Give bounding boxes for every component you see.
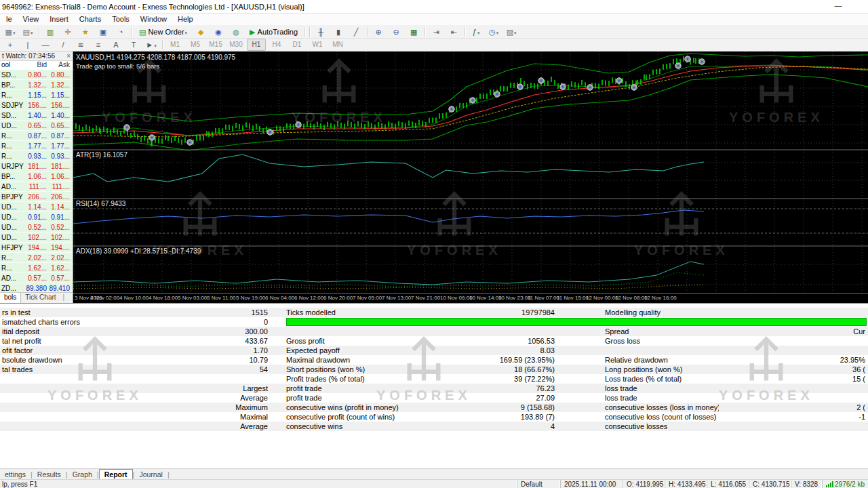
- bid-price: 1.06...: [26, 173, 49, 180]
- market-watch-row[interactable]: R...0.87...0.87...: [0, 131, 73, 141]
- fibonacci-tool[interactable]: ≋: [73, 39, 89, 51]
- market-watch-row[interactable]: SDJPY156....156....: [0, 100, 73, 110]
- horizontal-line-tool[interactable]: —: [37, 39, 54, 51]
- tab-journal[interactable]: Journal: [134, 470, 167, 480]
- market-watch-tab-tickchart[interactable]: Tick Chart: [21, 293, 60, 303]
- status-bar-time[interactable]: 2025.11.11 00:00: [560, 480, 623, 488]
- market-watch-row[interactable]: R...1.77...1.77...: [0, 141, 73, 151]
- market-watch-row[interactable]: R...0.93...0.93...: [0, 151, 73, 161]
- data-window-toggle-button[interactable]: ✛: [60, 26, 76, 38]
- indicators-button[interactable]: ƒ▾: [468, 26, 484, 38]
- periods-button[interactable]: ◷▾: [486, 26, 502, 38]
- column-bid[interactable]: Bid: [26, 61, 49, 70]
- menu-insert[interactable]: Insert: [44, 14, 74, 25]
- market-watch-row[interactable]: HFJPY194....194....: [0, 243, 73, 253]
- text-label-tool[interactable]: T: [125, 39, 142, 51]
- metaeditor-button[interactable]: ◆: [193, 26, 209, 38]
- toolbar-separator: [309, 27, 310, 37]
- tile-windows-button[interactable]: ▦: [406, 26, 422, 38]
- profiles-button[interactable]: ▤▾: [20, 26, 36, 38]
- menu-charts[interactable]: Charts: [74, 14, 106, 25]
- tab-results[interactable]: Results: [33, 470, 66, 480]
- market-watch-row[interactable]: ZD...89.38089.410: [0, 283, 73, 293]
- timeframe-h4[interactable]: H4: [267, 39, 286, 51]
- menu-help[interactable]: Help: [172, 14, 199, 25]
- menu-view[interactable]: View: [18, 14, 45, 25]
- timeframe-m30[interactable]: M30: [226, 39, 245, 51]
- autotrading-button[interactable]: ▶AutoTrading: [245, 26, 302, 38]
- symbol-name: HFJPY: [0, 244, 26, 251]
- bar-chart-button[interactable]: ╫: [313, 26, 329, 38]
- menu-tools[interactable]: Tools: [106, 14, 135, 25]
- status-open[interactable]: O: 4119.995: [623, 480, 665, 488]
- column-ask[interactable]: Ask: [49, 61, 72, 70]
- market-watch-row[interactable]: R...2.02...2.02...: [0, 253, 73, 263]
- chart-canvas[interactable]: [73, 52, 868, 303]
- terminal-toggle-button[interactable]: ▣: [95, 26, 111, 38]
- column-symbol[interactable]: ool: [0, 61, 26, 70]
- market-watch-row[interactable]: R...1.62...1.62...: [0, 263, 73, 273]
- vertical-line-tool[interactable]: |: [20, 39, 36, 51]
- menu-window[interactable]: Window: [135, 14, 172, 25]
- timeframe-mn[interactable]: MN: [328, 39, 347, 51]
- report-row: tal trades54Short positions (won %)18 (6…: [0, 365, 868, 374]
- timeframe-w1[interactable]: W1: [308, 39, 327, 51]
- market-watch-row[interactable]: R...1.15...1.15...: [0, 90, 73, 100]
- candlestick-chart-button[interactable]: ▮: [330, 26, 347, 38]
- timeframe-h1[interactable]: H1: [247, 39, 266, 51]
- crosshair-tool[interactable]: +: [2, 39, 18, 51]
- arrow-objects-tool[interactable]: ►▾: [143, 39, 159, 51]
- chart-shift-button[interactable]: ⇥: [428, 26, 444, 38]
- market-watch-row[interactable]: BPJPY206....206....: [0, 192, 73, 202]
- market-watch-row[interactable]: SD...1.40...1.40...: [0, 110, 73, 121]
- market-watch-row[interactable]: BP...1.06...1.06...: [0, 171, 73, 182]
- timeframe-m15[interactable]: M15: [206, 39, 225, 51]
- market-watch-toggle-button[interactable]: ▥: [42, 26, 58, 38]
- market-watch-row[interactable]: UD...102....102....: [0, 232, 73, 243]
- market-watch-row[interactable]: URJPY181....181....: [0, 161, 73, 171]
- status-high[interactable]: H: 4133.495: [665, 480, 707, 488]
- strategy-tester-toggle-button[interactable]: ◔: [113, 26, 129, 38]
- status-profile[interactable]: Default: [517, 480, 560, 488]
- timeframe-d1[interactable]: D1: [288, 39, 307, 51]
- equidistant-channel-tool[interactable]: ≡: [90, 39, 106, 51]
- zoom-out-button[interactable]: ⊖: [388, 26, 404, 38]
- market-watch-row[interactable]: AD...111....111....: [0, 182, 73, 192]
- market-watch-row[interactable]: AD...0.57...0.57...: [0, 273, 73, 283]
- market-watch-row[interactable]: UD...0.52...0.52...: [0, 222, 73, 232]
- community-button[interactable]: ◍: [228, 26, 244, 38]
- tab-graph[interactable]: Graph: [68, 470, 97, 480]
- status-volume[interactable]: V: 8328: [791, 480, 822, 488]
- report-value-3: [719, 422, 867, 431]
- minimize-button[interactable]: —: [829, 1, 848, 12]
- market-watch-tab-bols[interactable]: bols: [0, 293, 21, 303]
- tab-report[interactable]: Report: [99, 469, 133, 480]
- trendline-tool[interactable]: /: [55, 39, 71, 51]
- zoom-in-button[interactable]: ⊕: [370, 26, 387, 38]
- new-order-button[interactable]: ▤New Order▾: [135, 26, 191, 38]
- market-watch-row[interactable]: BP...1.32...1.32...: [0, 80, 73, 90]
- market-watch-row[interactable]: UD...1.14...1.14...: [0, 202, 73, 212]
- menu-le[interactable]: le: [1, 14, 18, 25]
- navigator-toggle-button[interactable]: ★: [77, 26, 94, 38]
- report-label-2: consecutive wins: [268, 422, 459, 431]
- auto-scroll-button[interactable]: ⇤: [446, 26, 462, 38]
- experts-button[interactable]: ◉: [210, 26, 226, 38]
- close-icon[interactable]: ×: [66, 52, 71, 60]
- report-label-1: rs in test: [0, 308, 151, 317]
- new-chart-button[interactable]: ▦▾: [2, 26, 18, 38]
- timeframe-m5[interactable]: M5: [186, 39, 205, 51]
- report-value-2: 169.59 (23.95%): [459, 355, 555, 365]
- status-low[interactable]: L: 4116.055: [707, 480, 749, 488]
- chart-window[interactable]: XAUUSD,H1 4194.275 4208.178 4187.005 419…: [73, 52, 868, 303]
- tab-ettings[interactable]: ettings: [0, 470, 31, 480]
- line-chart-button[interactable]: ╱: [348, 26, 364, 38]
- time-axis-label: 4 Nov 02:00: [90, 295, 119, 301]
- text-tool[interactable]: A: [108, 39, 124, 51]
- market-watch-row[interactable]: SD...0.80...0.80...: [0, 70, 73, 80]
- market-watch-row[interactable]: UD...0.65...0.65...: [0, 121, 73, 131]
- status-close[interactable]: C: 4130.715: [749, 480, 791, 488]
- market-watch-row[interactable]: UD...0.91...0.91...: [0, 212, 73, 222]
- templates-button[interactable]: ▨▾: [503, 26, 519, 38]
- timeframe-m1[interactable]: M1: [165, 39, 184, 51]
